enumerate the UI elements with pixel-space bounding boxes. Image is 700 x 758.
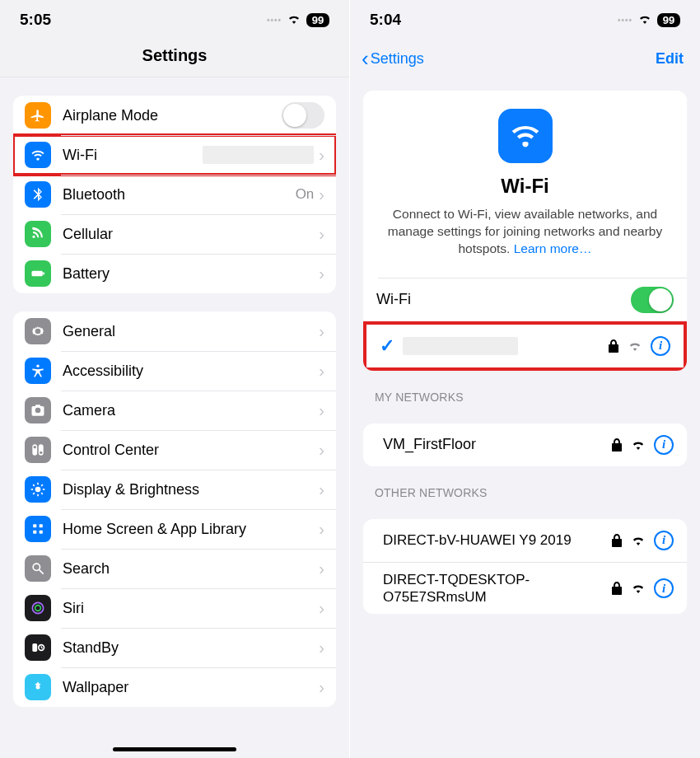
wifi-toggle[interactable] (631, 287, 674, 313)
svg-line-12 (33, 484, 35, 486)
network-row[interactable]: DIRECT-TQDESKTOP-O75E7SRmsUM i (363, 562, 687, 615)
brightness-icon (25, 476, 51, 503)
chevron-right-icon: › (319, 146, 324, 165)
status-time: 5:05 (20, 11, 51, 29)
battery-badge: 99 (306, 13, 329, 27)
camera-icon (25, 397, 51, 423)
nav-title: Settings (0, 40, 349, 77)
standby-icon (25, 634, 51, 661)
svg-rect-18 (33, 531, 36, 534)
airplane-icon (25, 102, 51, 129)
hero-description: Connect to Wi-Fi, view available network… (378, 206, 672, 258)
info-button[interactable]: i (654, 531, 674, 550)
wifi-signal-icon (631, 583, 646, 594)
svg-line-21 (40, 570, 44, 574)
other-networks-card: DIRECT-bV-HUAWEI Y9 2019 i DIRECT-TQDESK… (363, 519, 687, 615)
network-row[interactable]: DIRECT-bV-HUAWEI Y9 2019 i (363, 519, 687, 562)
back-button[interactable]: ‹ Settings (362, 40, 424, 77)
chevron-right-icon: › (319, 362, 324, 381)
row-label: Cellular (63, 226, 319, 243)
row-label: Wi-Fi (376, 291, 631, 308)
row-search[interactable]: Search › (13, 549, 336, 588)
cellular-dots-icon: •••• (267, 16, 282, 25)
chevron-right-icon: › (319, 401, 324, 420)
cellular-dots-icon: •••• (618, 16, 632, 25)
info-button[interactable]: i (651, 336, 670, 356)
row-display-brightness[interactable]: Display & Brightness › (13, 470, 336, 509)
status-bar: 5:05 •••• 99 (0, 0, 349, 40)
connected-network-highlight: ✓ i (363, 321, 687, 371)
wallpaper-icon (25, 674, 51, 700)
bluetooth-icon (25, 181, 51, 208)
gear-icon (25, 318, 51, 344)
wifi-value-redacted (203, 146, 314, 164)
status-time: 5:04 (370, 11, 401, 29)
svg-rect-17 (40, 524, 43, 527)
wifi-signal-icon (631, 535, 646, 546)
row-control-center[interactable]: Control Center › (13, 430, 336, 470)
svg-point-5 (34, 446, 36, 448)
info-button[interactable]: i (654, 435, 674, 455)
siri-icon (25, 595, 51, 621)
network-row[interactable]: VM_FirstFloor i (363, 423, 687, 466)
row-label: StandBy (63, 639, 319, 657)
row-home-screen[interactable]: Home Screen & App Library › (13, 509, 336, 549)
home-indicator[interactable] (113, 747, 236, 751)
accessibility-icon (25, 358, 51, 384)
row-siri[interactable]: Siri › (13, 588, 336, 628)
chevron-right-icon: › (319, 480, 324, 499)
hero-title: Wi-Fi (378, 175, 672, 198)
chevron-right-icon: › (319, 520, 324, 539)
svg-rect-19 (40, 531, 43, 534)
learn-more-link[interactable]: Learn more… (514, 241, 592, 255)
wifi-signal-icon (628, 340, 642, 352)
chevron-right-icon: › (319, 225, 324, 244)
wifi-toggle-row[interactable]: Wi-Fi (363, 278, 687, 321)
row-label: Camera (63, 402, 319, 419)
svg-rect-1 (43, 272, 44, 274)
row-general[interactable]: General › (13, 311, 336, 351)
connected-network-row[interactable]: ✓ i (366, 325, 684, 367)
wifi-signal-icon (631, 439, 646, 451)
chevron-right-icon: › (319, 599, 324, 618)
control-center-icon (25, 437, 51, 463)
svg-point-6 (40, 452, 42, 454)
svg-point-7 (35, 487, 41, 493)
row-standby[interactable]: StandBy › (13, 628, 336, 667)
row-label: Siri (63, 600, 319, 617)
svg-line-27 (41, 648, 43, 648)
network-name: VM_FirstFloor (376, 436, 611, 453)
svg-line-15 (41, 484, 43, 486)
chevron-right-icon: › (319, 264, 324, 283)
row-wallpaper[interactable]: Wallpaper › (13, 667, 336, 707)
row-airplane-mode[interactable]: Airplane Mode (13, 96, 336, 135)
airplane-toggle[interactable] (282, 102, 324, 129)
status-bar: 5:04 •••• 99 (350, 0, 700, 40)
battery-icon (25, 260, 51, 287)
wifi-screen: 5:04 •••• 99 ‹ Settings Edit (350, 0, 700, 758)
svg-point-22 (32, 602, 43, 613)
row-label: Battery (63, 265, 319, 283)
chevron-left-icon: ‹ (362, 48, 369, 69)
chevron-right-icon: › (319, 559, 324, 578)
row-wifi[interactable]: Wi-Fi › (13, 135, 336, 175)
row-bluetooth[interactable]: Bluetooth On › (13, 175, 336, 214)
info-button[interactable]: i (654, 578, 674, 598)
wifi-hero-icon (498, 109, 553, 163)
row-battery[interactable]: Battery › (13, 254, 336, 293)
row-cellular[interactable]: Cellular › (13, 214, 336, 254)
my-networks-card: VM_FirstFloor i (363, 423, 687, 466)
row-label: Display & Brightness (63, 481, 319, 498)
network-name: DIRECT-TQDESKTOP-O75E7SRmsUM (376, 563, 611, 615)
edit-button[interactable]: Edit (656, 40, 684, 77)
row-label: Wallpaper (63, 679, 319, 696)
chevron-right-icon: › (319, 639, 324, 657)
search-icon (25, 555, 51, 582)
connected-ssid-redacted (403, 337, 518, 355)
row-accessibility[interactable]: Accessibility › (13, 351, 336, 391)
row-camera[interactable]: Camera › (13, 391, 336, 430)
svg-point-2 (36, 365, 39, 367)
wifi-icon (25, 142, 51, 168)
row-label: Control Center (63, 442, 319, 459)
chevron-right-icon: › (319, 322, 324, 341)
